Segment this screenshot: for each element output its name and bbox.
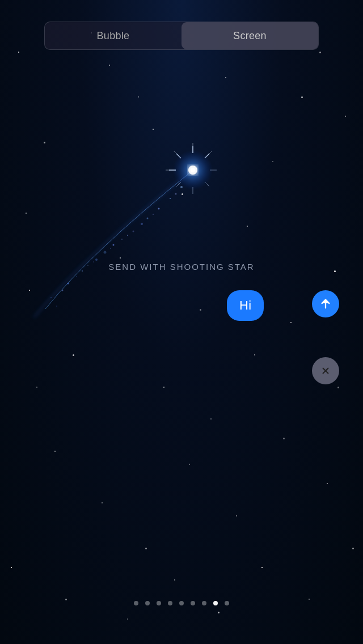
page-dot [145,601,150,605]
page-dot [157,601,161,605]
send-effect-label: SEND WITH SHOOTING STAR [0,262,363,272]
segment-control[interactable]: Bubble Screen [44,22,319,50]
star [18,52,19,53]
star [44,142,45,143]
star [163,387,164,388]
star [102,502,103,503]
star [301,96,303,98]
star [261,567,263,568]
page-dot [202,601,206,605]
star [120,257,121,259]
page-dot [213,601,218,605]
star [254,354,255,355]
star [54,451,56,452]
star [225,77,226,78]
star [337,387,339,388]
page-dot [168,601,172,605]
star [182,193,183,195]
star [145,548,147,549]
bubble-tab[interactable]: Bubble [45,22,182,49]
x-icon [320,366,331,376]
star [109,65,110,66]
message-bubble: Hi [227,290,264,321]
star [236,515,237,516]
screen-tab[interactable]: Screen [182,22,318,49]
star [218,612,220,613]
stars-background [0,0,363,644]
star [11,567,12,568]
star [29,290,30,291]
star [210,418,212,420]
arrow-up-icon [319,298,332,310]
close-button[interactable] [312,357,339,384]
star [73,354,74,356]
star [36,387,37,388]
send-button[interactable] [312,290,339,317]
star [138,96,139,98]
star [309,599,310,600]
star [247,226,248,227]
star [327,483,328,484]
star [189,464,190,465]
star [200,309,201,311]
page-dot [225,601,229,605]
page-dot [179,601,184,605]
star [290,322,292,323]
page-indicator [0,601,363,605]
star [352,548,354,549]
star [174,579,175,581]
page-dot [134,601,138,605]
star [153,129,154,130]
page-dot [191,601,195,605]
star [127,618,128,620]
star [319,52,321,53]
star [26,213,27,214]
star [272,161,273,162]
star [283,438,285,439]
star [345,116,346,117]
